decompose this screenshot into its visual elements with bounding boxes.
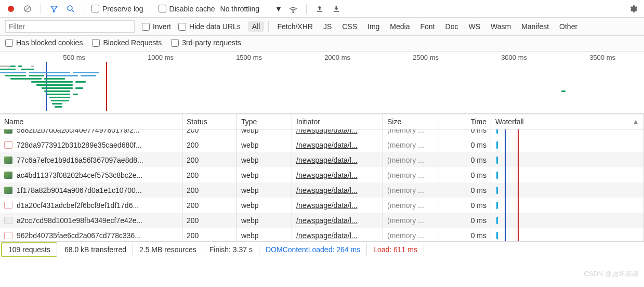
filter-icon[interactable] — [48, 3, 60, 15]
type-chip-media[interactable]: Media — [386, 21, 414, 32]
type-chip-all[interactable]: All — [248, 21, 265, 32]
load-line — [518, 137, 519, 152]
request-initiator[interactable]: /newspage/data/l... — [292, 182, 383, 198]
download-icon[interactable] — [331, 3, 342, 15]
preserve-log-checkbox[interactable]: Preserve log — [91, 5, 143, 13]
record-button[interactable] — [5, 3, 17, 15]
table-row[interactable]: 5882b2b7d0a20cf40e7749780179/2...200webp… — [0, 129, 644, 137]
file-icon — [4, 172, 12, 179]
timeline-tick: 1500 ms — [177, 54, 265, 61]
request-status: 200 — [182, 182, 237, 198]
network-conditions-icon[interactable] — [287, 3, 299, 15]
timeline-bar — [75, 87, 83, 89]
request-name: 5882b2b7d0a20cf40e7749780179/2... — [17, 129, 140, 134]
clear-button[interactable] — [22, 3, 33, 15]
table-row[interactable]: a2cc7cd98d1001e98fb4349ecf7e42e...200web… — [0, 213, 644, 228]
disable-cache-checkbox[interactable]: Disable cache — [159, 5, 215, 13]
request-time: 0 ms — [439, 213, 491, 228]
request-time: 0 ms — [439, 167, 491, 182]
request-waterfall — [491, 198, 644, 213]
waterfall-tick — [496, 202, 498, 209]
request-name: 77c6a7efce1b9d16a56f367097ae8d8... — [17, 156, 143, 164]
table-row[interactable]: d1a20cf431adcbef2f6bcf8ef1df17d6...200we… — [0, 198, 644, 213]
divider — [41, 4, 41, 14]
blocked-requests-checkbox[interactable]: Blocked Requests — [92, 38, 162, 47]
col-status[interactable]: Status — [182, 114, 237, 129]
type-chip-ws[interactable]: WS — [464, 21, 484, 32]
table-row[interactable]: ac4bd11373f08202b4cef5753c8bc2e...200web… — [0, 167, 644, 182]
type-chip-wasm[interactable]: Wasm — [487, 21, 515, 32]
request-waterfall — [491, 167, 644, 182]
table-row[interactable]: 728da9773912b31b289e35caed680f...200webp… — [0, 137, 644, 152]
request-size: (memory ... — [383, 167, 439, 182]
request-initiator[interactable]: /newspage/data/l... — [292, 137, 383, 152]
request-size: (memory ... — [383, 152, 439, 167]
throttling-dropdown[interactable]: No throttling ▼ — [220, 5, 282, 13]
third-party-checkbox[interactable]: 3rd-party requests — [171, 38, 241, 47]
settings-icon[interactable] — [627, 3, 639, 15]
type-chip-fetch-xhr[interactable]: Fetch/XHR — [273, 21, 317, 32]
request-initiator[interactable]: /newspage/data/l... — [292, 152, 383, 167]
search-icon[interactable] — [65, 3, 76, 15]
type-chip-font[interactable]: Font — [416, 21, 439, 32]
dcl-line — [505, 228, 506, 241]
waterfall-tick — [496, 217, 498, 224]
type-chip-img[interactable]: Img — [363, 21, 384, 32]
load-line — [518, 198, 519, 213]
timeline-overview[interactable]: 500 ms1000 ms1500 ms2000 ms2500 ms3000 m… — [0, 51, 644, 114]
request-initiator[interactable]: /newspage/data/l... — [292, 198, 383, 213]
file-icon — [4, 202, 12, 209]
request-waterfall — [491, 228, 644, 241]
requests-table-body[interactable]: 5882b2b7d0a20cf40e7749780179/2...200webp… — [0, 129, 644, 241]
svg-line-4 — [72, 10, 74, 12]
request-name: 1f178a82b9014a9067d0a1e1c10700... — [17, 186, 142, 194]
blocked-requests-label: Blocked Requests — [103, 38, 162, 47]
request-initiator[interactable]: /newspage/data/l... — [292, 228, 383, 241]
sort-indicator-icon: ▲ — [632, 118, 639, 126]
request-status: 200 — [182, 213, 237, 228]
timeline-tick: 2000 ms — [265, 54, 353, 61]
request-name: ac4bd11373f08202b4cef5753c8bc2e... — [17, 171, 142, 179]
col-waterfall[interactable]: Waterfall ▲ — [491, 114, 644, 129]
status-transferred: 68.0 kB transferred — [58, 243, 133, 256]
timeline-bar — [49, 97, 70, 98]
timeline-bar — [29, 75, 44, 76]
request-initiator[interactable]: /newspage/data/l... — [292, 213, 383, 228]
col-type[interactable]: Type — [237, 114, 292, 129]
divider — [306, 4, 307, 14]
status-finish: Finish: 3.37 s — [203, 243, 259, 256]
type-chip-doc[interactable]: Doc — [441, 21, 463, 32]
request-size: (memory ... — [383, 198, 439, 213]
type-chip-manifest[interactable]: Manifest — [517, 21, 553, 32]
timeline-bar — [29, 72, 70, 73]
invert-label: Invert — [153, 22, 171, 31]
request-waterfall — [491, 129, 644, 137]
upload-icon[interactable] — [314, 3, 325, 15]
col-time[interactable]: Time — [439, 114, 491, 129]
table-row[interactable]: 77c6a7efce1b9d16a56f367097ae8d8...200web… — [0, 152, 644, 167]
request-name: 962bd40735fae6cd2a067cd778c336... — [17, 231, 141, 240]
col-size[interactable]: Size — [383, 114, 439, 129]
timeline-bar — [0, 72, 26, 73]
table-row[interactable]: 1f178a82b9014a9067d0a1e1c10700...200webp… — [0, 182, 644, 198]
waterfall-tick — [496, 141, 498, 149]
timeline-bar — [73, 72, 99, 73]
request-initiator[interactable]: /newspage/data/l... — [292, 129, 383, 137]
col-initiator[interactable]: Initiator — [292, 114, 383, 129]
type-chip-js[interactable]: JS — [319, 21, 336, 32]
requests-table-header: Name Status Type Initiator Size Time Wat… — [0, 114, 644, 129]
filter-bar-2: Has blocked cookies Blocked Requests 3rd… — [0, 36, 644, 51]
col-name[interactable]: Name — [0, 114, 182, 129]
invert-checkbox[interactable]: Invert — [142, 22, 171, 31]
hide-data-urls-checkbox[interactable]: Hide data URLs — [178, 22, 241, 31]
table-row[interactable]: 962bd40735fae6cd2a067cd778c336...200webp… — [0, 228, 644, 241]
disable-cache-label: Disable cache — [169, 5, 215, 13]
type-chip-css[interactable]: CSS — [338, 21, 361, 32]
divider — [84, 4, 84, 14]
filter-input[interactable] — [5, 20, 135, 33]
has-blocked-cookies-checkbox[interactable]: Has blocked cookies — [5, 38, 83, 47]
timeline-bar — [42, 87, 73, 89]
type-chip-other[interactable]: Other — [555, 21, 582, 32]
request-initiator[interactable]: /newspage/data/l... — [292, 167, 383, 182]
file-icon — [4, 156, 12, 164]
